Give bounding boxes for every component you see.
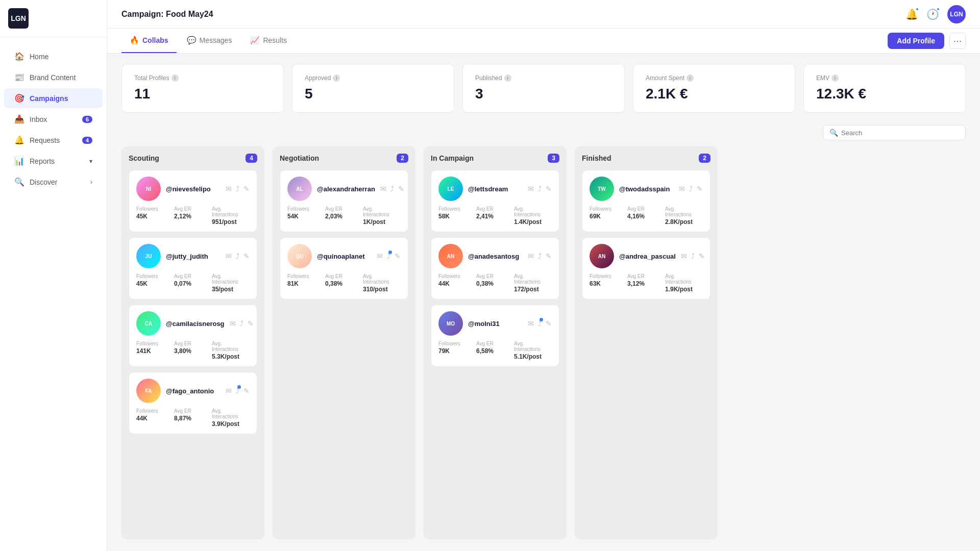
profile-stats-row: Followers 44K Avg ER 0,38% Avg. Interact… bbox=[438, 273, 552, 293]
message-icon[interactable]: ✉ bbox=[226, 252, 232, 260]
tab-messages[interactable]: 💬 Messages bbox=[179, 29, 240, 53]
message-icon[interactable]: ✉ bbox=[679, 185, 685, 193]
info-icon-amount-spent[interactable]: i bbox=[687, 74, 694, 82]
profile-name: @fago_antonio bbox=[166, 387, 214, 395]
share-icon[interactable]: ⤴ bbox=[538, 319, 542, 328]
activity-icon[interactable]: 🕐 bbox=[926, 8, 939, 20]
message-icon[interactable]: ✉ bbox=[380, 185, 386, 193]
card-top: QU @quinoaplanet ✉ ⤴ ✎ bbox=[287, 244, 401, 268]
share-icon[interactable]: ⤴ bbox=[236, 252, 239, 260]
sidebar-item-requests[interactable]: 🔔 Requests 4 bbox=[4, 130, 103, 150]
profile-stats-row: Followers 141K Avg ER 3,80% Avg. Interac… bbox=[136, 341, 250, 360]
avg-er-label: Avg ER bbox=[174, 341, 212, 346]
profile-name: @andrea_pascual bbox=[619, 253, 676, 260]
avg-interactions-value: 35/post bbox=[212, 286, 250, 293]
share-icon[interactable]: ⤴ bbox=[387, 252, 390, 260]
edit-icon[interactable]: ✎ bbox=[546, 252, 552, 260]
logo-area: LGN bbox=[0, 0, 107, 37]
share-icon[interactable]: ⤴ bbox=[691, 252, 695, 260]
profile-stats-row: Followers 45K Avg ER 0,07% Avg. Interact… bbox=[136, 273, 250, 293]
message-icon[interactable]: ✉ bbox=[230, 319, 236, 328]
card-actions: ✉ ⤴ ✎ bbox=[681, 252, 705, 260]
card-actions: ✉ ⤴ ✎ bbox=[528, 185, 552, 193]
nav-section: 🏠 Home 📰 Brand Content 🎯 Campaigns 📥 Inb… bbox=[0, 37, 107, 551]
avg-er-value: 0,07% bbox=[174, 280, 212, 287]
info-icon-emv[interactable]: i bbox=[831, 74, 839, 82]
avg-er-value: 0,38% bbox=[476, 280, 514, 287]
profile-avatar: CA bbox=[136, 311, 161, 336]
notifications-icon[interactable]: 🔔 bbox=[905, 8, 918, 20]
user-avatar[interactable]: LGN bbox=[947, 5, 966, 23]
edit-icon[interactable]: ✎ bbox=[243, 252, 250, 260]
info-icon-approved[interactable]: i bbox=[333, 74, 340, 82]
card-top: MO @molni31 ✉ ⤴ ✎ bbox=[438, 311, 552, 336]
followers-value: 44K bbox=[438, 280, 476, 287]
share-icon[interactable]: ⤴ bbox=[390, 185, 394, 193]
profile-name: @nievesfelipo bbox=[166, 185, 211, 193]
add-profile-button[interactable]: Add Profile bbox=[888, 33, 944, 49]
card-actions: ✉ ⤴ ✎ bbox=[679, 185, 703, 193]
edit-icon[interactable]: ✎ bbox=[243, 387, 250, 395]
message-icon[interactable]: ✉ bbox=[528, 185, 534, 193]
message-icon[interactable]: ✉ bbox=[377, 252, 383, 260]
share-icon[interactable]: ⤴ bbox=[689, 185, 693, 193]
avg-interactions-label: Avg. Interactions bbox=[212, 341, 250, 352]
followers-value: 81K bbox=[287, 280, 325, 287]
edit-icon[interactable]: ✎ bbox=[248, 319, 254, 328]
profile-card: FA @fago_antonio ✉ ⤴ ✎ Followers 44K Avg… bbox=[129, 372, 257, 434]
search-input[interactable] bbox=[841, 129, 959, 137]
sidebar-item-brand-content[interactable]: 📰 Brand Content bbox=[4, 67, 103, 87]
profile-avatar: AN bbox=[438, 244, 463, 268]
share-icon[interactable]: ⤴ bbox=[236, 387, 239, 395]
message-icon[interactable]: ✉ bbox=[681, 252, 687, 260]
sidebar-item-label: Requests bbox=[30, 136, 60, 144]
profile-avatar: AN bbox=[590, 244, 614, 268]
tab-collabs[interactable]: 🔥 Collabs bbox=[121, 29, 177, 53]
sidebar-item-inbox[interactable]: 📥 Inbox 6 bbox=[4, 109, 103, 129]
results-icon: 📈 bbox=[250, 36, 260, 45]
message-icon[interactable]: ✉ bbox=[528, 252, 534, 260]
sidebar-item-campaigns[interactable]: 🎯 Campaigns bbox=[4, 88, 103, 108]
edit-icon[interactable]: ✎ bbox=[697, 185, 703, 193]
profile-card: AN @anadesantosg ✉ ⤴ ✎ Followers 44K Avg… bbox=[431, 237, 559, 299]
card-top: TW @twodadsspain ✉ ⤴ ✎ bbox=[590, 177, 703, 201]
logo[interactable]: LGN bbox=[8, 8, 29, 29]
share-icon[interactable]: ⤴ bbox=[538, 252, 542, 260]
avg-er-label: Avg ER bbox=[174, 273, 212, 279]
tab-results[interactable]: 📈 Results bbox=[242, 29, 295, 53]
sidebar-item-label: Inbox bbox=[30, 115, 47, 123]
campaigns-icon: 🎯 bbox=[14, 93, 24, 103]
avg-interactions-col: Avg. Interactions 5.3K/post bbox=[212, 341, 250, 360]
profile-card: LE @lettsdream ✉ ⤴ ✎ Followers 58K Avg E… bbox=[431, 170, 559, 232]
share-icon[interactable]: ⤴ bbox=[240, 319, 243, 328]
avg-interactions-col: Avg. Interactions 1.9K/post bbox=[665, 273, 703, 293]
sidebar-item-reports[interactable]: 📊 Reports ▾ bbox=[4, 151, 103, 171]
profile-stats-row: Followers 44K Avg ER 8,87% Avg. Interact… bbox=[136, 408, 250, 428]
column-finished: Finished 2 TW @twodadsspain ✉ ⤴ ✎ Follow… bbox=[575, 146, 718, 539]
info-icon-total-profiles[interactable]: i bbox=[172, 74, 179, 82]
share-icon[interactable]: ⤴ bbox=[236, 185, 239, 193]
edit-icon[interactable]: ✎ bbox=[243, 185, 250, 193]
followers-col: Followers 45K bbox=[136, 206, 174, 226]
reports-chevron-icon: ▾ bbox=[89, 158, 92, 165]
info-icon-published[interactable]: i bbox=[504, 74, 511, 82]
message-icon[interactable]: ✉ bbox=[226, 185, 232, 193]
edit-icon[interactable]: ✎ bbox=[699, 252, 705, 260]
sidebar-item-discover[interactable]: 🔍 Discover › bbox=[4, 172, 103, 192]
profile-card: JU @jutty_judith ✉ ⤴ ✎ Followers 45K Avg… bbox=[129, 237, 257, 299]
card-actions: ✉ ⤴ ✎ bbox=[528, 319, 552, 328]
more-options-button[interactable]: ⋯ bbox=[949, 33, 966, 49]
message-icon[interactable]: ✉ bbox=[226, 387, 232, 395]
avg-interactions-col: Avg. Interactions 5.1K/post bbox=[514, 341, 552, 360]
card-actions: ✉ ⤴ ✎ bbox=[226, 185, 250, 193]
followers-value: 54K bbox=[287, 213, 325, 220]
followers-col: Followers 79K bbox=[438, 341, 476, 360]
edit-icon[interactable]: ✎ bbox=[546, 319, 552, 328]
edit-icon[interactable]: ✎ bbox=[546, 185, 552, 193]
edit-icon[interactable]: ✎ bbox=[398, 185, 404, 193]
share-icon[interactable]: ⤴ bbox=[538, 185, 542, 193]
sidebar-item-home[interactable]: 🏠 Home bbox=[4, 46, 103, 66]
message-icon[interactable]: ✉ bbox=[528, 319, 534, 328]
edit-icon[interactable]: ✎ bbox=[395, 252, 401, 260]
avg-er-col: Avg ER 0,38% bbox=[476, 273, 514, 293]
